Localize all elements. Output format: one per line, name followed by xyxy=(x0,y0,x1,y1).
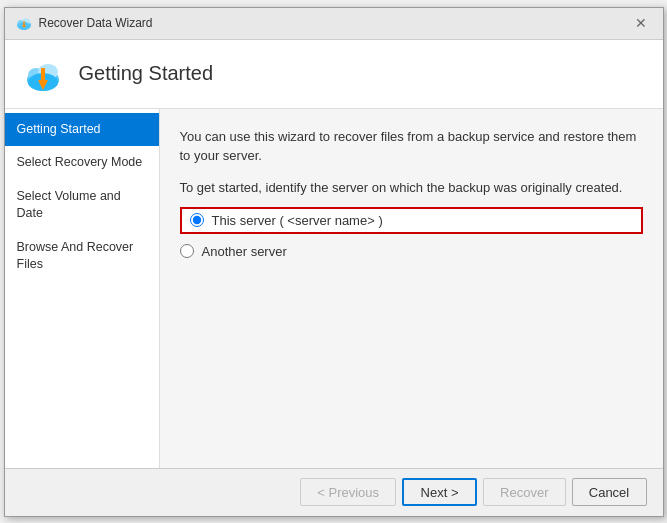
header-icon xyxy=(21,52,65,96)
window-title: Recover Data Wizard xyxy=(39,16,153,30)
content-area: You can use this wizard to recover files… xyxy=(160,109,663,468)
svg-rect-11 xyxy=(41,68,45,80)
close-button[interactable]: ✕ xyxy=(629,13,653,33)
sidebar-item-select-recovery-mode[interactable]: Select Recovery Mode xyxy=(5,146,159,180)
window-icon xyxy=(15,14,33,32)
description-text: You can use this wizard to recover files… xyxy=(180,127,643,166)
sidebar-item-getting-started[interactable]: Getting Started xyxy=(5,113,159,147)
wizard-window: Recover Data Wizard ✕ Getting Started Ge… xyxy=(4,7,664,517)
another-server-radio[interactable] xyxy=(180,244,194,258)
title-bar-left: Recover Data Wizard xyxy=(15,14,153,32)
server-selection-group: This server ( <server name> ) Another se… xyxy=(180,207,643,259)
this-server-radio[interactable] xyxy=(190,213,204,227)
next-button[interactable]: Next > xyxy=(402,478,477,506)
recover-button[interactable]: Recover xyxy=(483,478,565,506)
sidebar: Getting Started Select Recovery Mode Sel… xyxy=(5,109,160,468)
this-server-option[interactable]: This server ( <server name> ) xyxy=(180,207,643,234)
this-server-label: This server ( <server name> ) xyxy=(212,213,383,228)
sidebar-item-browse-recover[interactable]: Browse And Recover Files xyxy=(5,231,159,282)
title-bar: Recover Data Wizard ✕ xyxy=(5,8,663,40)
header-section: Getting Started xyxy=(5,40,663,109)
previous-button[interactable]: < Previous xyxy=(300,478,396,506)
another-server-label: Another server xyxy=(202,244,287,259)
page-title: Getting Started xyxy=(79,62,214,85)
svg-rect-5 xyxy=(23,21,24,25)
main-content: Getting Started Select Recovery Mode Sel… xyxy=(5,109,663,468)
cancel-button[interactable]: Cancel xyxy=(572,478,647,506)
footer: < Previous Next > Recover Cancel xyxy=(5,468,663,516)
sidebar-item-select-volume[interactable]: Select Volume and Date xyxy=(5,180,159,231)
another-server-option[interactable]: Another server xyxy=(180,244,643,259)
prompt-text: To get started, identify the server on w… xyxy=(180,180,643,195)
